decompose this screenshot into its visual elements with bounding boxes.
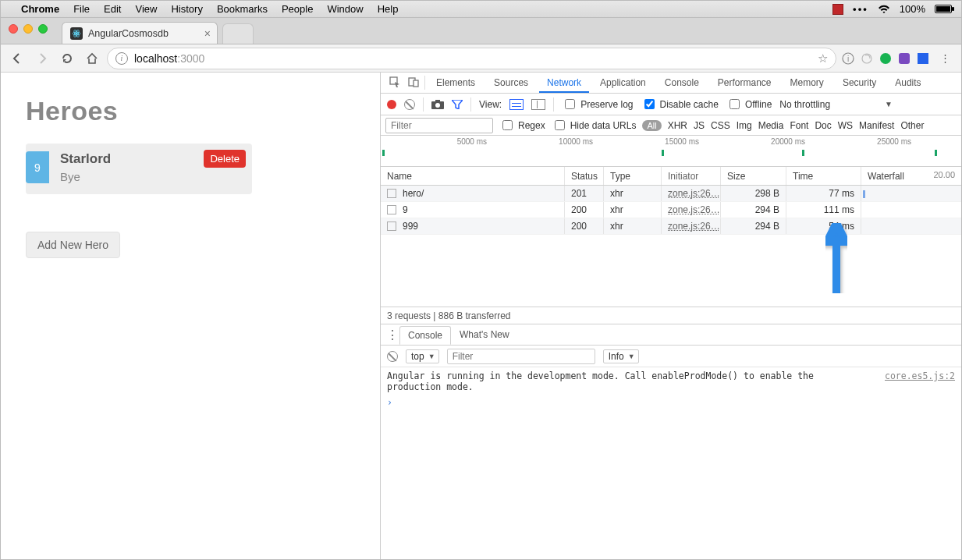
network-filter-input[interactable]: [385, 118, 493, 133]
extension-icon-blue[interactable]: [916, 51, 930, 66]
filter-type-xhr[interactable]: XHR: [668, 120, 687, 131]
new-tab-button[interactable]: [222, 23, 254, 44]
extension-icon-1[interactable]: i: [841, 51, 855, 66]
view-large-rows-icon[interactable]: [509, 99, 524, 110]
device-toolbar-icon[interactable]: [406, 76, 421, 90]
console-level-select[interactable]: Info: [603, 349, 639, 363]
extension-icon-grammarly[interactable]: [879, 51, 893, 66]
disable-cache-checkbox[interactable]: Disable cache: [641, 97, 719, 112]
home-button[interactable]: [82, 48, 102, 69]
console-prompt-icon[interactable]: ›: [387, 397, 955, 408]
menubar-app-name[interactable]: Chrome: [21, 3, 59, 15]
window-zoom-icon[interactable]: [38, 24, 48, 34]
hide-data-urls-checkbox[interactable]: Hide data URLs: [552, 118, 637, 133]
menu-people[interactable]: People: [282, 3, 313, 15]
tray-more-icon[interactable]: •••: [853, 3, 868, 15]
drawer-more-icon[interactable]: ⋮: [385, 328, 399, 342]
tab-performance[interactable]: Performance: [710, 73, 779, 92]
site-info-icon[interactable]: i: [115, 52, 128, 65]
drawer-tab-whats-new[interactable]: What's New: [451, 325, 518, 344]
network-timeline[interactable]: 5000 ms 10000 ms 15000 ms 20000 ms 25000…: [381, 136, 961, 167]
cell-size: 294 B: [721, 218, 786, 234]
menu-history[interactable]: History: [171, 3, 202, 15]
tab-elements[interactable]: Elements: [428, 73, 483, 92]
filter-type-js[interactable]: JS: [694, 120, 705, 131]
menu-edit[interactable]: Edit: [104, 3, 121, 15]
throttling-select[interactable]: No throttling: [779, 99, 830, 110]
app-content: Heroes 9 Starlord Bye Delete Add New Her…: [1, 73, 380, 559]
row-checkbox[interactable]: [387, 222, 396, 231]
console-filter-input[interactable]: [447, 349, 595, 364]
tab-application[interactable]: Application: [592, 73, 654, 92]
network-row[interactable]: hero/ 201 xhr zone.js:26… 298 B 77 ms: [381, 186, 961, 202]
filter-type-other[interactable]: Other: [900, 120, 924, 131]
cell-initiator[interactable]: zone.js:26…: [668, 221, 720, 232]
filter-type-manifest[interactable]: Manifest: [859, 120, 894, 131]
col-status[interactable]: Status: [565, 167, 604, 185]
bookmark-star-icon[interactable]: ☆: [818, 51, 828, 66]
inspect-element-icon[interactable]: [387, 76, 403, 90]
menu-file[interactable]: File: [73, 3, 90, 15]
browser-tab[interactable]: AngularCosmosdb ×: [62, 22, 218, 44]
filter-type-all[interactable]: All: [642, 120, 661, 131]
tab-audits[interactable]: Audits: [887, 73, 928, 92]
hero-card[interactable]: 9 Starlord Bye Delete: [26, 144, 252, 194]
clear-button[interactable]: [404, 99, 415, 110]
drawer-tab-console[interactable]: Console: [399, 326, 451, 345]
cell-name: 9: [403, 204, 408, 215]
console-context-select[interactable]: top: [406, 349, 439, 363]
filter-type-font[interactable]: Font: [790, 120, 808, 131]
tab-security[interactable]: Security: [835, 73, 884, 92]
filter-type-media[interactable]: Media: [758, 120, 784, 131]
row-checkbox[interactable]: [387, 189, 396, 198]
extension-icon-purple[interactable]: [897, 51, 911, 66]
view-detail-icon[interactable]: [531, 99, 545, 110]
tab-console[interactable]: Console: [657, 73, 707, 92]
tab-network[interactable]: Network: [539, 73, 589, 93]
cell-initiator[interactable]: zone.js:26…: [668, 188, 720, 199]
col-waterfall[interactable]: Waterfall20.00: [861, 167, 961, 185]
col-name[interactable]: Name: [381, 167, 565, 185]
record-button[interactable]: [387, 100, 396, 109]
menu-view[interactable]: View: [135, 3, 157, 15]
console-source-link[interactable]: core.es5.js:2: [885, 370, 955, 392]
screenshot-icon[interactable]: [431, 100, 444, 109]
filter-type-doc[interactable]: Doc: [815, 120, 831, 131]
cell-initiator[interactable]: zone.js:26…: [668, 204, 720, 215]
network-row[interactable]: 9 200 xhr zone.js:26… 294 B 111 ms: [381, 202, 961, 218]
col-time[interactable]: Time: [786, 167, 861, 185]
col-initiator[interactable]: Initiator: [662, 167, 721, 185]
menu-bookmarks[interactable]: Bookmarks: [217, 3, 268, 15]
col-size[interactable]: Size: [721, 167, 786, 185]
offline-checkbox[interactable]: Offline: [726, 97, 772, 112]
col-type[interactable]: Type: [604, 167, 662, 185]
extension-icon-2[interactable]: [860, 51, 874, 66]
tab-sources[interactable]: Sources: [486, 73, 536, 92]
tray-app-icon[interactable]: [832, 4, 843, 15]
console-clear-icon[interactable]: [387, 351, 398, 362]
preserve-log-checkbox[interactable]: Preserve log: [562, 97, 633, 112]
add-hero-button[interactable]: Add New Hero: [26, 232, 120, 258]
browser-menu-icon[interactable]: ⋮: [935, 48, 955, 69]
filter-type-img[interactable]: Img: [737, 120, 752, 131]
delete-button[interactable]: Delete: [204, 150, 246, 168]
menu-help[interactable]: Help: [378, 3, 399, 15]
wifi-icon[interactable]: [878, 5, 890, 14]
menu-window[interactable]: Window: [327, 3, 363, 15]
tab-close-icon[interactable]: ×: [204, 27, 211, 40]
regex-checkbox[interactable]: Regex: [499, 118, 545, 133]
network-row[interactable]: 999 200 xhr zone.js:26… 294 B 54 ms: [381, 218, 961, 235]
row-checkbox[interactable]: [387, 205, 396, 214]
filter-type-css[interactable]: CSS: [711, 120, 730, 131]
filter-type-ws[interactable]: WS: [838, 120, 853, 131]
address-bar[interactable]: i localhost:3000 ☆: [107, 48, 836, 69]
back-button[interactable]: [7, 48, 27, 69]
window-minimize-icon[interactable]: [23, 24, 33, 34]
network-table-header: Name Status Type Initiator Size Time Wat…: [381, 167, 961, 186]
filter-icon[interactable]: [452, 100, 463, 109]
tab-memory[interactable]: Memory: [783, 73, 832, 92]
window-close-icon[interactable]: [9, 24, 18, 34]
reload-button[interactable]: [57, 48, 77, 69]
console-output[interactable]: Angular is running in the development mo…: [381, 367, 961, 559]
cell-waterfall: [861, 218, 961, 234]
